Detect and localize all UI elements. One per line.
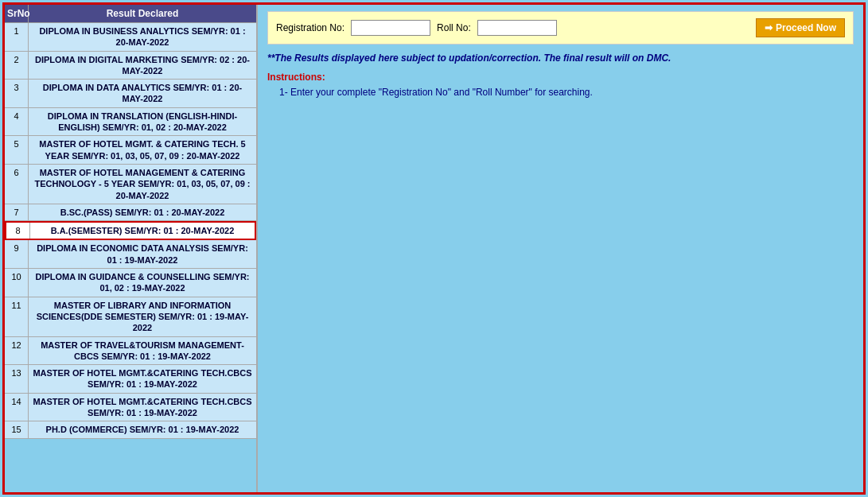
row-srno: 14 — [5, 394, 29, 421]
row-result: DIPLOMA IN DIGITAL MARKETING SEM/YR: 02 … — [29, 52, 256, 80]
row-result: MASTER OF HOTEL MGMT.&CATERING TECH.CBCS… — [29, 365, 256, 393]
table-body[interactable]: 1DIPLOMA IN BUSINESS ANALYTICS SEM/YR: 0… — [5, 23, 256, 492]
row-result: MASTER OF HOTEL MANAGEMENT & CATERING TE… — [29, 165, 256, 204]
table-row[interactable]: 10DIPLOMA IN GUIDANCE & COUNSELLING SEM/… — [5, 269, 256, 297]
row-srno: 9 — [5, 240, 29, 268]
row-result: MASTER OF HOTEL MGMT. & CATERING TECH. 5… — [29, 136, 256, 164]
row-result: DIPLOMA IN TRANSLATION (ENGLISH-HINDI-EN… — [29, 108, 256, 136]
table-row[interactable]: 13MASTER OF HOTEL MGMT.&CATERING TECH.CB… — [5, 365, 256, 394]
row-result: DIPLOMA IN BUSINESS ANALYTICS SEM/YR: 01… — [29, 23, 256, 51]
row-srno: 12 — [5, 337, 29, 365]
row-srno: 4 — [5, 108, 29, 136]
proceed-button[interactable]: ➡ Proceed Now — [756, 18, 845, 37]
table-row[interactable]: 14MASTER OF HOTEL MGMT.&CATERING TECH.CB… — [5, 394, 256, 422]
row-srno: 10 — [5, 269, 29, 297]
table-row[interactable]: 9DIPLOMA IN ECONOMIC DATA ANALYSIS SEM/Y… — [5, 240, 256, 269]
row-srno: 8 — [6, 223, 30, 239]
table-header: SrNo Result Declared — [5, 5, 256, 23]
table-row[interactable]: 11MASTER OF LIBRARY AND INFORMATION SCIE… — [5, 297, 256, 337]
row-result: MASTER OF TRAVEL&TOURISM MANAGEMENT-CBCS… — [29, 337, 256, 365]
reg-no-input[interactable] — [351, 20, 430, 36]
row-srno: 11 — [5, 297, 29, 336]
table-row[interactable]: 15PH.D (COMMERCE) SEM/YR: 01 : 19-MAY-20… — [5, 421, 256, 438]
reg-no-label: Registration No: — [276, 22, 344, 33]
srno-header: SrNo — [5, 5, 29, 22]
instructions-text: 1- Enter your complete "Registration No"… — [267, 87, 854, 98]
row-result: DIPLOMA IN GUIDANCE & COUNSELLING SEM/YR… — [29, 269, 256, 297]
row-srno: 1 — [5, 23, 29, 51]
row-srno: 5 — [5, 136, 29, 164]
row-srno: 15 — [5, 421, 29, 437]
main-container: SrNo Result Declared 1DIPLOMA IN BUSINES… — [2, 2, 866, 495]
row-srno: 2 — [5, 52, 29, 80]
instructions-title: Instructions: — [267, 72, 854, 83]
table-row[interactable]: 5MASTER OF HOTEL MGMT. & CATERING TECH. … — [5, 136, 256, 165]
table-row[interactable]: 7B.SC.(PASS) SEM/YR: 01 : 20-MAY-2022 — [5, 204, 256, 221]
table-row[interactable]: 1DIPLOMA IN BUSINESS ANALYTICS SEM/YR: 0… — [5, 23, 256, 52]
row-result: DIPLOMA IN ECONOMIC DATA ANALYSIS SEM/YR… — [29, 240, 256, 268]
proceed-label: Proceed Now — [776, 22, 836, 33]
row-result: DIPLOMA IN DATA ANALYTICS SEM/YR: 01 : 2… — [29, 80, 256, 107]
table-row[interactable]: 6MASTER OF HOTEL MANAGEMENT & CATERING T… — [5, 165, 256, 204]
row-result: B.SC.(PASS) SEM/YR: 01 : 20-MAY-2022 — [29, 204, 256, 220]
table-row[interactable]: 12MASTER OF TRAVEL&TOURISM MANAGEMENT-CB… — [5, 337, 256, 366]
row-result: B.A.(SEMESTER) SEM/YR: 01 : 20-MAY-2022 — [30, 223, 255, 239]
row-srno: 7 — [5, 204, 29, 220]
notice-text: **The Results displayed here subject to … — [267, 52, 854, 64]
table-row[interactable]: 8B.A.(SEMESTER) SEM/YR: 01 : 20-MAY-2022 — [5, 221, 256, 240]
left-panel: SrNo Result Declared 1DIPLOMA IN BUSINES… — [5, 5, 258, 492]
proceed-arrow: ➡ — [765, 22, 773, 33]
row-srno: 6 — [5, 165, 29, 204]
table-row[interactable]: 2DIPLOMA IN DIGITAL MARKETING SEM/YR: 02… — [5, 52, 256, 80]
row-srno: 3 — [5, 80, 29, 107]
search-box: Registration No: Roll No: ➡ Proceed Now — [267, 11, 854, 45]
right-panel: Registration No: Roll No: ➡ Proceed Now … — [258, 5, 863, 492]
row-srno: 13 — [5, 365, 29, 393]
table-row[interactable]: 3DIPLOMA IN DATA ANALYTICS SEM/YR: 01 : … — [5, 80, 256, 108]
roll-no-input[interactable] — [477, 20, 557, 36]
table-row[interactable]: 4DIPLOMA IN TRANSLATION (ENGLISH-HINDI-E… — [5, 108, 256, 137]
roll-no-label: Roll No: — [437, 22, 471, 33]
result-header: Result Declared — [29, 5, 256, 22]
row-result: MASTER OF LIBRARY AND INFORMATION SCIENC… — [29, 297, 256, 336]
row-result: PH.D (COMMERCE) SEM/YR: 01 : 19-MAY-2022 — [29, 421, 256, 437]
row-result: MASTER OF HOTEL MGMT.&CATERING TECH.CBCS… — [29, 394, 256, 421]
